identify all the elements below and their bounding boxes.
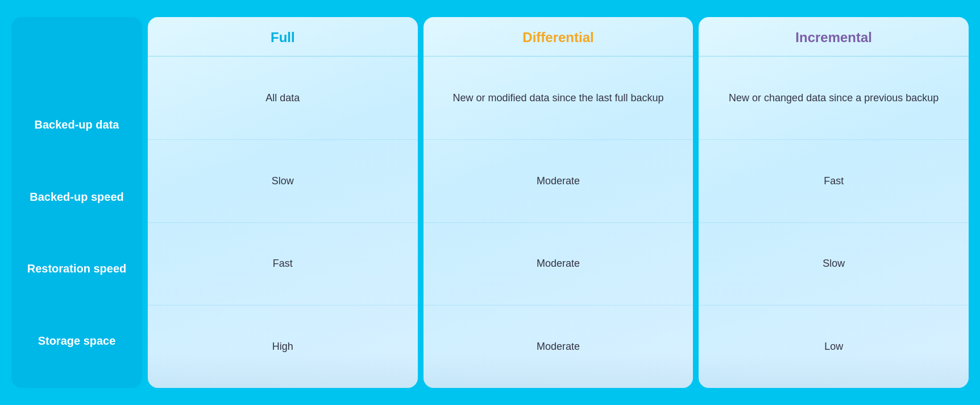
comparison-table: Backed-up data Backed-up speed Restorati… — [11, 17, 969, 388]
column-differential: Differential New or modified data since … — [423, 17, 694, 388]
incremental-backed-up-data: New or changed data since a previous bac… — [699, 56, 969, 139]
full-backed-up-speed: Slow — [148, 139, 418, 222]
column-full-cells: All data Slow Fast High — [148, 56, 418, 388]
row-label-restoration-speed: Restoration speed — [23, 233, 131, 305]
row-headers: Backed-up data Backed-up speed Restorati… — [11, 17, 142, 388]
full-backed-up-data: All data — [148, 56, 418, 139]
full-storage-space: High — [148, 305, 418, 388]
row-label-backed-up-speed: Backed-up speed — [23, 161, 131, 233]
incremental-restoration-speed: Slow — [699, 222, 969, 305]
differential-backed-up-speed: Moderate — [423, 139, 694, 222]
full-restoration-speed: Fast — [148, 222, 418, 305]
column-full: Full All data Slow Fast High — [148, 17, 418, 388]
page-background: Backed-up data Backed-up speed Restorati… — [0, 0, 980, 405]
row-label-storage-space: Storage space — [23, 305, 131, 377]
column-differential-cells: New or modified data since the last full… — [423, 56, 694, 388]
column-incremental: Incremental New or changed data since a … — [699, 17, 969, 388]
column-incremental-header: Incremental — [699, 17, 969, 56]
column-differential-header: Differential — [423, 17, 694, 56]
incremental-backed-up-speed: Fast — [699, 139, 969, 222]
data-columns: Full All data Slow Fast High Differentia… — [142, 17, 969, 388]
differential-storage-space: Moderate — [423, 305, 694, 388]
differential-backed-up-data: New or modified data since the last full… — [423, 56, 694, 139]
column-incremental-cells: New or changed data since a previous bac… — [699, 56, 969, 388]
row-label-backed-up-data: Backed-up data — [23, 89, 131, 161]
differential-restoration-speed: Moderate — [423, 222, 694, 305]
incremental-storage-space: Low — [699, 305, 969, 388]
column-full-header: Full — [148, 17, 418, 56]
